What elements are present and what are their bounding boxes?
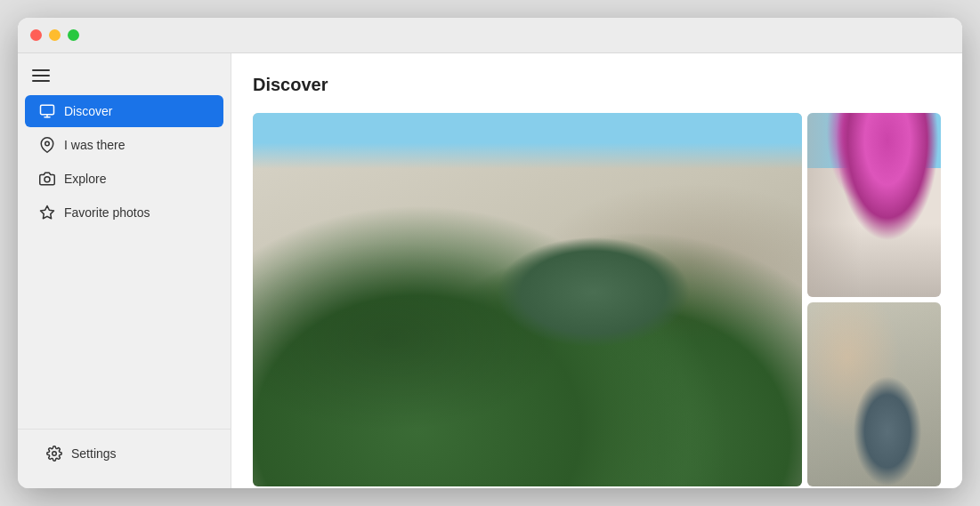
sidebar: Discover I was there: [18, 53, 231, 488]
sidebar-item-settings[interactable]: Settings: [32, 438, 216, 470]
sidebar-item-discover-label: Discover: [64, 104, 112, 118]
sidebar-footer: Settings: [18, 429, 231, 478]
close-button[interactable]: [30, 29, 42, 41]
sidebar-item-discover[interactable]: Discover: [25, 95, 223, 127]
star-icon: [39, 205, 55, 221]
main-content: Discover: [231, 53, 962, 488]
sidebar-nav: Discover I was there: [18, 94, 231, 429]
svg-point-3: [45, 141, 50, 146]
sidebar-item-i-was-there[interactable]: I was there: [25, 129, 223, 161]
minimize-button[interactable]: [49, 29, 61, 41]
sidebar-item-favorite-photos-label: Favorite photos: [64, 205, 150, 220]
main-photo-image: [253, 113, 802, 486]
hamburger-icon: [32, 69, 50, 82]
page-title: Discover: [253, 75, 941, 95]
photo-main[interactable]: [253, 113, 802, 486]
app-body: Discover I was there: [18, 53, 962, 488]
sidebar-item-i-was-there-label: I was there: [64, 138, 125, 152]
top-right-photo-image: [807, 113, 941, 297]
settings-icon: [46, 446, 62, 462]
sidebar-item-explore[interactable]: Explore: [25, 163, 223, 195]
camera-icon: [39, 171, 55, 187]
app-window: Discover I was there: [18, 18, 962, 488]
photo-top-right[interactable]: [807, 113, 941, 297]
menu-icon-button[interactable]: [18, 64, 231, 94]
svg-rect-0: [41, 105, 54, 115]
titlebar: [18, 18, 962, 53]
sidebar-item-favorite-photos[interactable]: Favorite photos: [25, 197, 223, 229]
svg-point-4: [45, 177, 50, 182]
svg-marker-5: [41, 206, 54, 219]
location-icon: [39, 137, 55, 153]
photo-grid: [253, 113, 941, 486]
compass-icon: [39, 103, 55, 119]
bottom-right-photo-image: [807, 302, 941, 486]
photo-bottom-right[interactable]: [807, 302, 941, 486]
sidebar-item-explore-label: Explore: [64, 172, 106, 186]
svg-point-6: [53, 452, 57, 456]
sidebar-item-settings-label: Settings: [71, 446, 117, 461]
maximize-button[interactable]: [68, 29, 79, 41]
traffic-lights: [30, 29, 79, 41]
